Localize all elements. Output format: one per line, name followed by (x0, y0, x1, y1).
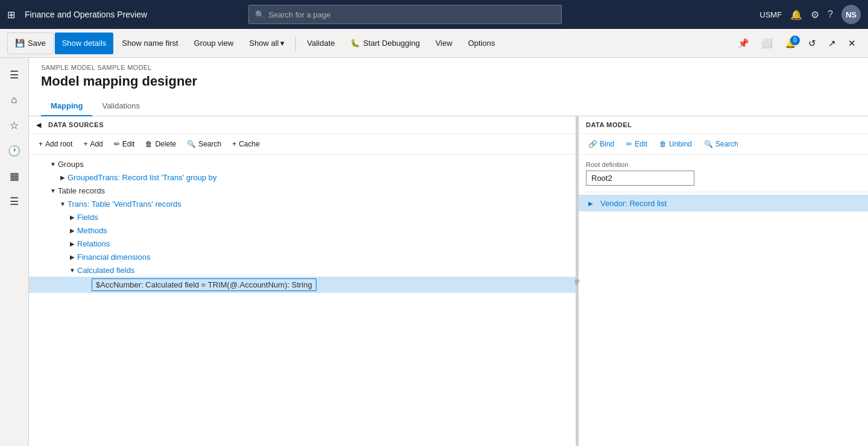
refresh-icon[interactable]: ↺ (804, 34, 821, 52)
global-search-bar[interactable]: 🔍 Search for a page (248, 5, 562, 24)
sidebar-item-menu[interactable]: ☰ (2, 63, 27, 87)
dm-edit-button[interactable]: ✏ Edit (621, 137, 652, 151)
add-root-button[interactable]: + Add root (34, 137, 77, 151)
top-navigation: ⊞ Finance and Operations Preview 🔍 Searc… (0, 0, 868, 29)
tabs-container: Mapping Validations (29, 96, 868, 116)
left-sidebar: ☰ ⌂ ☆ 🕐 ▦ ☰ (0, 58, 29, 446)
data-model-tree: ▶ Vendor: Record list (579, 192, 868, 446)
delete-button[interactable]: 🗑 Delete (140, 137, 181, 151)
search-icon: 🔍 (255, 10, 265, 19)
expand-icon[interactable]: ⬜ (756, 34, 778, 52)
root-definition-input[interactable] (586, 171, 694, 186)
search-icon: 🔍 (187, 140, 196, 148)
pin-icon[interactable]: 📌 (733, 34, 754, 52)
dm-search-button[interactable]: 🔍 Search (699, 137, 743, 151)
toolbar-right-actions: 📌 ⬜ 🔔 0 ↺ ↗ ✕ (733, 34, 861, 52)
menu-toggle-icon[interactable]: ⊞ (7, 9, 15, 20)
collapse-icon[interactable]: ▼ (58, 199, 68, 209)
plus-icon: + (83, 140, 87, 148)
data-model-toolbar: 🔗 Bind ✏ Edit 🗑 Unbind 🔍 Search (579, 134, 868, 155)
bind-icon: 🔗 (588, 140, 597, 148)
data-model-header: DATA MODEL (579, 116, 868, 134)
collapse-icon[interactable]: ▼ (48, 159, 58, 169)
collapse-panel-button[interactable]: ◀ (34, 120, 43, 130)
show-all-button[interactable]: Show all ▾ (242, 33, 292, 54)
view-button[interactable]: View (428, 33, 459, 54)
root-definition-label: Root definition (586, 161, 861, 168)
dm-tree-item-vendor[interactable]: ▶ Vendor: Record list (579, 195, 868, 212)
tree-item-groupedtrans[interactable]: ▶ GroupedTrans: Record list 'Trans' grou… (29, 171, 576, 184)
main-layout: ☰ ⌂ ☆ 🕐 ▦ ☰ SAMPLE MODEL SAMPLE MODEL Mo… (0, 58, 868, 446)
tree-item-financial-dimensions[interactable]: ▶ Financial dimensions (29, 250, 576, 263)
close-button[interactable]: ✕ (843, 34, 861, 52)
tree-item-methods[interactable]: ▶ Methods (29, 224, 576, 237)
content-area: SAMPLE MODEL SAMPLE MODEL Model mapping … (29, 58, 868, 446)
collapse-icon[interactable]: ▼ (48, 186, 58, 195)
data-sources-header: DATA SOURCES (43, 119, 108, 131)
user-avatar[interactable]: NS (841, 5, 861, 24)
add-button[interactable]: + Add (78, 137, 107, 151)
unbind-button[interactable]: 🗑 Unbind (655, 137, 697, 151)
show-details-button[interactable]: Show details (55, 33, 114, 54)
expand-icon[interactable]: ▶ (68, 252, 77, 262)
sidebar-item-modules[interactable]: ☰ (2, 189, 27, 213)
expand-icon[interactable]: ▶ (68, 225, 77, 235)
tree-item-table-records[interactable]: ▼ Table records (29, 184, 576, 197)
tree-item-fields[interactable]: ▶ Fields (29, 210, 576, 224)
page-title: Model mapping designer (29, 74, 868, 96)
sidebar-item-home[interactable]: ⌂ (2, 88, 27, 112)
help-icon[interactable]: ? (828, 9, 833, 20)
data-model-panel: DATA MODEL 🔗 Bind ✏ Edit 🗑 Unbind (579, 116, 868, 446)
data-sources-tree: ▼ Groups ▶ GroupedTrans: Record list 'Tr… (29, 155, 576, 446)
edit-icon: ✏ (114, 140, 120, 148)
cache-button[interactable]: + Cache (227, 137, 265, 151)
settings-icon[interactable]: ⚙ (811, 9, 819, 20)
start-debugging-button[interactable]: 🐛 Start Debugging (343, 33, 427, 54)
collapse-icon[interactable]: ▼ (68, 265, 77, 275)
unbind-icon: 🗑 (659, 140, 667, 148)
expand-icon[interactable]: ▶ (58, 172, 68, 182)
sidebar-item-favorites[interactable]: ☆ (2, 113, 27, 137)
tree-item-trans[interactable]: ▼ Trans: Table 'VendTrans' records (29, 197, 576, 210)
top-nav-right: USMF 🔔 ⚙ ? NS (760, 5, 861, 24)
plus-icon: + (39, 140, 43, 148)
cache-icon: + (232, 140, 236, 148)
user-company: USMF (760, 10, 782, 19)
search-icon: 🔍 (704, 140, 713, 148)
chevron-down-icon: ▾ (280, 39, 285, 48)
resize-handle[interactable]: || (576, 116, 579, 446)
edit-button[interactable]: ✏ Edit (109, 137, 140, 151)
resize-grip-icon: || (574, 280, 580, 283)
tree-item-groups[interactable]: ▼ Groups (29, 157, 576, 171)
sidebar-item-workspaces[interactable]: ▦ (2, 164, 27, 188)
tab-validations[interactable]: Validations (92, 96, 149, 116)
validate-button[interactable]: Validate (300, 33, 342, 54)
data-sources-toolbar: + Add root + Add ✏ Edit 🗑 Delete (29, 134, 576, 155)
expand-icon[interactable]: ▶ (68, 239, 77, 248)
search-placeholder: Search for a page (268, 10, 330, 19)
data-sources-panel: ◀ DATA SOURCES + Add root + Add ✏ E (29, 116, 576, 446)
panels-container: ◀ DATA SOURCES + Add root + Add ✏ E (29, 116, 868, 446)
bind-button[interactable]: 🔗 Bind (583, 137, 619, 151)
expand-icon[interactable]: ▶ (586, 198, 596, 208)
sidebar-item-recent[interactable]: 🕐 (2, 139, 27, 163)
show-name-first-button[interactable]: Show name first (115, 33, 185, 54)
tree-item-calculated-fields[interactable]: ▼ Calculated fields (29, 263, 576, 277)
edit-icon: ✏ (626, 140, 632, 148)
options-button[interactable]: Options (461, 33, 502, 54)
notifications-button[interactable]: 🔔 0 (780, 34, 801, 52)
open-external-icon[interactable]: ↗ (823, 34, 841, 52)
group-view-button[interactable]: Group view (187, 33, 241, 54)
save-icon: 💾 (15, 39, 25, 48)
tree-item-acc-number[interactable]: $AccNumber: Calculated field = TRIM(@.Ac… (29, 277, 576, 293)
toolbar-separator (295, 36, 296, 51)
expand-icon[interactable]: ▶ (68, 212, 77, 222)
tab-mapping[interactable]: Mapping (41, 96, 92, 116)
vendor-item-label: Vendor: Record list (600, 199, 667, 208)
notification-icon[interactable]: 🔔 (790, 9, 802, 20)
search-button[interactable]: 🔍 Search (182, 137, 226, 151)
tree-item-relations[interactable]: ▶ Relations (29, 237, 576, 250)
app-title: Finance and Operations Preview (25, 10, 147, 19)
save-button[interactable]: 💾 Save (7, 33, 54, 54)
main-toolbar: 💾 Save Show details Show name first Grou… (0, 29, 868, 58)
